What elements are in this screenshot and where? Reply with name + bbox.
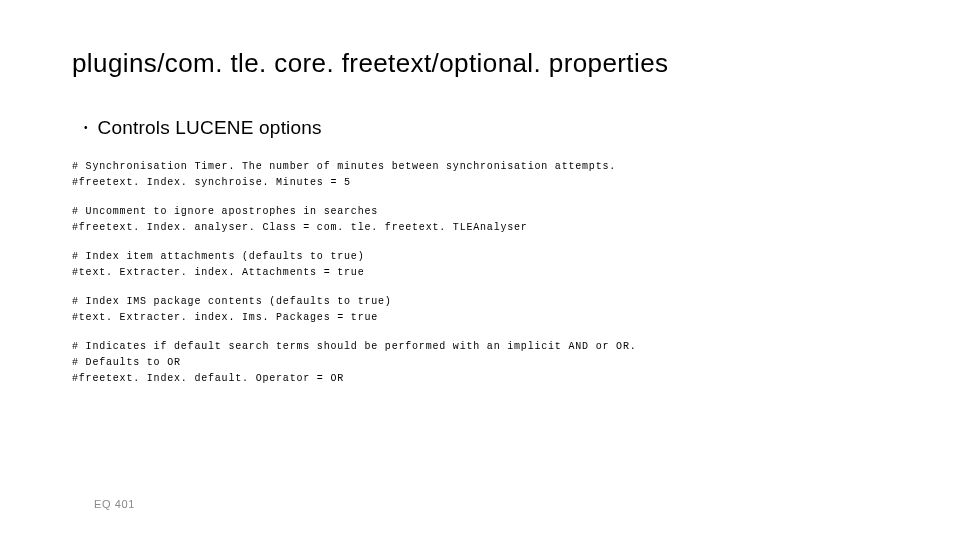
code-line: # Index IMS package contents (defaults t… — [72, 294, 888, 310]
blank-line — [72, 191, 888, 204]
blank-line — [72, 326, 888, 339]
code-line: # Synchronisation Timer. The number of m… — [72, 159, 888, 175]
slide-title: plugins/com. tle. core. freetext/optiona… — [72, 48, 888, 79]
code-line: # Indicates if default search terms shou… — [72, 339, 888, 355]
bullet-text: Controls LUCENE options — [98, 117, 322, 139]
code-line: # Defaults to OR — [72, 355, 888, 371]
code-line: #freetext. Index. analyser. Class = com.… — [72, 220, 888, 236]
code-line: #freetext. Index. synchroise. Minutes = … — [72, 175, 888, 191]
code-line: # Uncomment to ignore apostrophes in sea… — [72, 204, 888, 220]
slide: plugins/com. tle. core. freetext/optiona… — [0, 0, 960, 540]
properties-code-block: # Synchronisation Timer. The number of m… — [72, 159, 888, 387]
code-line: #freetext. Index. default. Operator = OR — [72, 371, 888, 387]
code-line: #text. Extracter. index. Ims. Packages =… — [72, 310, 888, 326]
code-line: # Index item attachments (defaults to tr… — [72, 249, 888, 265]
blank-line — [72, 236, 888, 249]
blank-line — [72, 281, 888, 294]
bullet-dot-icon: • — [84, 123, 88, 133]
footer-code: EQ 401 — [94, 498, 135, 510]
bullet-item: • Controls LUCENE options — [84, 117, 888, 139]
code-line: #text. Extracter. index. Attachments = t… — [72, 265, 888, 281]
